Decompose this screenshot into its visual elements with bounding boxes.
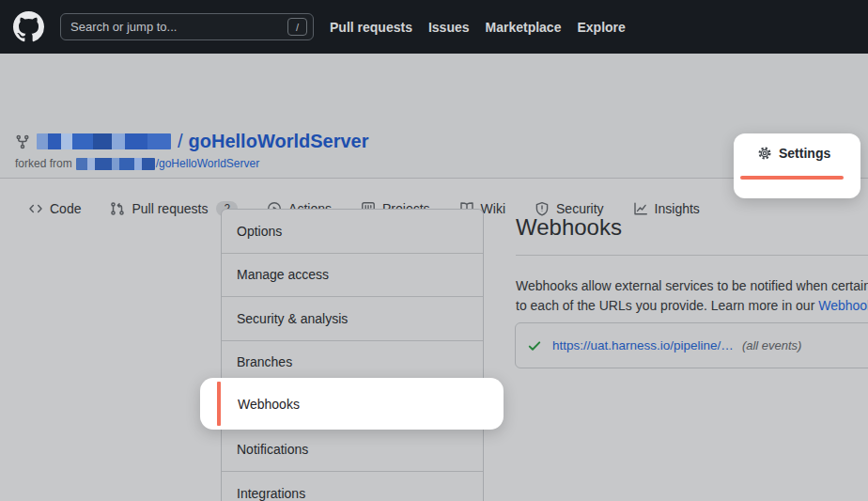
github-logo-icon[interactable]: [13, 11, 44, 42]
title-divider: [516, 255, 868, 256]
webhook-url-link[interactable]: https://uat.harness.io/pipeline/…: [552, 338, 734, 352]
fork-parent-link[interactable]: /goHelloWorldServer: [156, 157, 260, 170]
repo-forked-icon: [15, 134, 30, 149]
git-pull-request-icon: [110, 201, 125, 216]
sidebar-item-webhooks[interactable]: Webhooks: [238, 378, 300, 430]
repo-title-row: /goHelloWorldServer: [15, 131, 368, 152]
search-input[interactable]: Search or jump to... /: [60, 13, 314, 40]
app-header: Search or jump to... / Pull requests Iss…: [0, 0, 868, 54]
slash-shortcut-key: /: [287, 18, 307, 36]
active-item-indicator: [217, 382, 221, 426]
sidebar-item-manage-access[interactable]: Manage access: [222, 254, 483, 298]
gear-icon: [757, 146, 772, 161]
tab-settings[interactable]: Settings: [757, 146, 830, 161]
settings-tab-spotlight: Settings: [734, 133, 860, 198]
forked-from-label: forked from: [15, 157, 72, 170]
redacted-owner-name: [37, 133, 171, 149]
intro-line-2: to each of the URLs you provide. Learn m…: [516, 296, 868, 316]
intro-line-1: Webhooks allow external services to be n…: [516, 276, 868, 296]
forked-from-row: forked from /goHelloWorldServer: [15, 157, 259, 170]
tab-insights[interactable]: Insights: [633, 201, 700, 216]
webhooks-intro-text: Webhooks allow external services to be n…: [516, 276, 868, 316]
repo-title: /goHelloWorldServer: [178, 131, 368, 152]
nav-issues[interactable]: Issues: [428, 20, 470, 35]
top-navigation: Pull requests Issues Marketplace Explore: [330, 20, 626, 35]
page: Search or jump to... / Pull requests Iss…: [0, 0, 868, 501]
webhook-list-item: https://uat.harness.io/pipeline/… (all e…: [515, 322, 868, 368]
webhooks-item-spotlight: Webhooks: [200, 378, 504, 430]
webhook-events-label: (all events): [742, 338, 802, 352]
nav-marketplace[interactable]: Marketplace: [486, 20, 562, 35]
search-placeholder: Search or jump to...: [70, 20, 287, 34]
tab-label: Code: [50, 201, 81, 216]
active-tab-underline: [740, 176, 844, 180]
graph-icon: [633, 201, 648, 216]
repo-name-link[interactable]: goHelloWorldServer: [189, 131, 369, 151]
tab-pull-requests[interactable]: Pull requests 2: [110, 201, 238, 216]
sidebar-item-notifications[interactable]: Notifications: [222, 429, 483, 473]
nav-pull-requests[interactable]: Pull requests: [330, 20, 412, 35]
tab-label: Settings: [779, 146, 830, 161]
sidebar-item-security-analysis[interactable]: Security & analysis: [222, 297, 483, 341]
sidebar-item-options[interactable]: Options: [222, 210, 483, 254]
tab-label: Wiki: [481, 201, 505, 216]
nav-explore[interactable]: Explore: [577, 20, 625, 35]
repo-separator: /: [178, 131, 183, 151]
code-icon: [28, 201, 43, 216]
page-title: Webhooks: [516, 214, 622, 241]
settings-sidebar: Options Manage access Security & analysi…: [221, 209, 484, 501]
sidebar-item-integrations[interactable]: Integrations: [222, 472, 483, 501]
tab-label: Insights: [655, 201, 700, 216]
tab-code[interactable]: Code: [28, 201, 81, 216]
redacted-parent-owner: [76, 158, 155, 170]
tab-label: Pull requests: [132, 201, 208, 216]
check-icon: [527, 338, 542, 353]
webhooks-guide-link[interactable]: Webhooks Guide.: [818, 298, 868, 313]
